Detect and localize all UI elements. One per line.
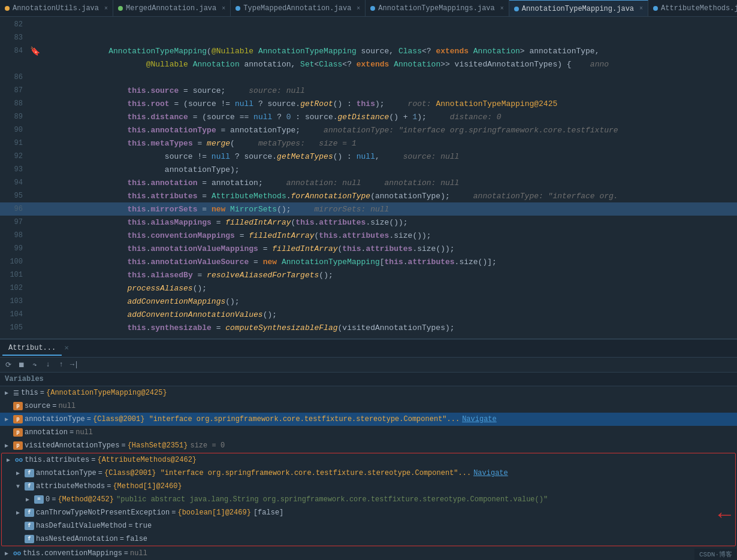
tab-close[interactable]: × (357, 5, 360, 12)
run-to-cursor-icon[interactable]: →| (70, 360, 79, 370)
var-icon-oo: oo (15, 456, 23, 464)
tab-close[interactable]: × (500, 5, 504, 12)
tab-label: TypeMappedAnnotation.java (243, 4, 351, 13)
tab-annotation-utils[interactable]: AnnotationUtils.java × (0, 0, 113, 17)
expand-arrow[interactable]: ▶ (5, 389, 13, 396)
tab-icon-blue (653, 6, 658, 11)
debug-tabs: Attribut... × (0, 340, 737, 358)
expand-arrow[interactable]: ▶ (16, 470, 25, 477)
var-icon-list: ☰ (13, 389, 19, 397)
code-line-82: 82 (0, 18, 737, 31)
tab-icon-blue (514, 7, 519, 11)
step-over-icon[interactable]: ↷ (30, 360, 40, 370)
red-border-attributes-group: ▶ oo this.attributes = {AttributeMethods… (1, 453, 736, 546)
tab-icon-green (118, 6, 123, 11)
bookmark-icon: 🔖 (30, 46, 40, 56)
var-icon-p: p (13, 428, 23, 437)
status-text: CSDN·博客 (699, 551, 732, 558)
expand-arrow[interactable]: ▼ (16, 483, 25, 490)
tab-close[interactable]: × (104, 5, 108, 12)
debug-icons-row: ⟳ ⏹ ↷ ↓ ↑ →| (0, 358, 737, 373)
code-lines: 82 83 84 🔖 AnnotationTypeMapping(@Nullab… (0, 17, 737, 335)
expand-arrow[interactable]: ▶ (26, 496, 34, 503)
tab-label: MergedAnnotation.java (126, 4, 216, 13)
navigate-link[interactable]: Navigate (473, 469, 508, 477)
var-row-attr-annotation-type[interactable]: ▶ f annotationType = {Class@2001} "inter… (2, 467, 735, 480)
var-row-can-throw[interactable]: ▶ f canThrowTypeNotPresentException = {b… (2, 506, 735, 519)
expand-arrow[interactable]: ▶ (7, 456, 15, 464)
var-icon-f: f (25, 535, 34, 543)
tab-label: AnnotationUtils.java (13, 4, 99, 13)
step-into-icon[interactable]: ↓ (43, 360, 53, 370)
var-icon-eq: = (34, 495, 44, 504)
tab-label: AttributeMethods.java (661, 4, 737, 13)
var-icon-f: f (25, 522, 34, 530)
var-row-method-0[interactable]: ▶ = 0 = {Method@2452} "public abstract j… (2, 493, 735, 506)
variables-header: Variables (0, 373, 737, 386)
var-row-this[interactable]: ▶ ☰ this = {AnnotationTypeMapping@2425} (0, 386, 737, 399)
close-icon[interactable]: × (64, 344, 69, 353)
variables-area[interactable]: ▶ ☰ this = {AnnotationTypeMapping@2425} … (0, 386, 737, 560)
tab-close[interactable]: × (222, 5, 225, 12)
status-bar: CSDN·博客 (694, 549, 737, 560)
code-line-85cont: @Nullable Annotation annotation, Set<Cla… (0, 57, 737, 71)
var-icon-p: p (13, 402, 23, 410)
restart-icon[interactable]: ⟳ (4, 360, 13, 370)
tab-type-mapped[interactable]: TypeMappedAnnotation.java × (231, 0, 366, 17)
code-editor[interactable]: 82 83 84 🔖 AnnotationTypeMapping(@Nullab… (0, 17, 737, 338)
tab-bar: AnnotationUtils.java × MergedAnnotation.… (0, 0, 737, 17)
var-row-convention-mappings[interactable]: ▶ oo this.conventionMappings = null (0, 547, 737, 560)
stop-icon[interactable]: ⏹ (17, 360, 26, 370)
var-row-annotation[interactable]: p annotation = null (0, 426, 737, 439)
var-row-has-default[interactable]: f hasDefaultValueMethod = true (2, 519, 735, 532)
var-row-has-nested[interactable]: f hasNestedAnnotation = false (2, 532, 735, 546)
var-icon-f: f (25, 469, 34, 477)
debug-panel: Attribut... × ⟳ ⏹ ↷ ↓ ↑ →| Variables ▶ ☰… (0, 338, 737, 560)
var-icon-p: p (13, 441, 23, 450)
var-row-attribute-methods[interactable]: ▼ f attributeMethods = {Method[1]@2460} (2, 480, 735, 493)
var-icon-f: f (25, 482, 34, 491)
tab-label: AnnotationTypeMappings.java (378, 4, 494, 13)
var-row-annotation-type[interactable]: ▶ p annotationType = {Class@2001} "inter… (0, 413, 737, 426)
debug-tab-attribut[interactable]: Attribut... (2, 341, 62, 356)
line-icon-84: 🔖 (29, 46, 41, 56)
expand-arrow[interactable]: ▶ (5, 442, 13, 449)
tab-icon-blue (370, 6, 375, 11)
tab-label: AnnotationTypeMapping.java (522, 5, 634, 13)
step-out-icon[interactable]: ↑ (56, 360, 66, 370)
tab-annotation-type-mappings[interactable]: AnnotationTypeMappings.java × (366, 0, 509, 17)
expand-arrow[interactable]: ▶ (5, 416, 13, 423)
expand-arrow[interactable]: ▶ (5, 550, 13, 557)
expand-arrow[interactable]: ▶ (16, 509, 25, 516)
tab-merged-annotation[interactable]: MergedAnnotation.java × (113, 0, 231, 17)
var-icon-oo: oo (13, 550, 21, 557)
tab-close[interactable]: × (639, 5, 643, 12)
tab-icon-orange (5, 6, 10, 11)
code-line-105: 105 this.synthesizable = computeSynthesi… (0, 321, 737, 334)
navigate-link[interactable]: Navigate (462, 415, 497, 423)
var-icon-f: f (25, 508, 34, 517)
tab-attribute-methods[interactable]: AttributeMethods.java × (648, 0, 737, 17)
var-row-visited[interactable]: ▶ p visitedAnnotationTypes = {HashSet@23… (0, 439, 737, 452)
var-row-this-attributes[interactable]: ▶ oo this.attributes = {AttributeMethods… (2, 453, 735, 467)
var-row-source[interactable]: p source = null (0, 399, 737, 413)
tab-annotation-type-mapping[interactable]: AnnotationTypeMapping.java × (509, 0, 648, 17)
tab-icon-blue (235, 6, 240, 11)
var-icon-p: p (13, 415, 23, 423)
